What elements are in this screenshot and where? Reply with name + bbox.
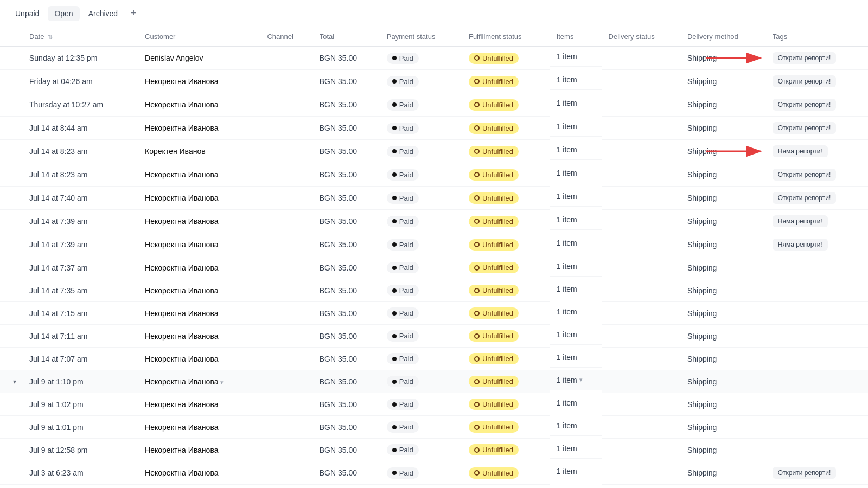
table-row[interactable]: Jul 14 at 7:39 amНекоректна ИвановаBGN 3… [0, 210, 868, 233]
delivery-method-cell: Shipping [681, 210, 766, 233]
table-row[interactable]: Jul 14 at 7:15 amНекоректна ИвановаBGN 3… [0, 302, 868, 325]
items-cell: 1 item [550, 233, 602, 253]
chevron-down-icon[interactable]: ▾ [13, 378, 16, 386]
row-expand-cell [0, 279, 23, 302]
row-expand-cell[interactable]: ▾ [0, 370, 23, 393]
fulfillment-status-cell: Unfulfilled [462, 187, 550, 210]
table-row[interactable]: Jul 14 at 8:23 amКоректен ИвановBGN 35.0… [0, 140, 868, 163]
total-cell: BGN 35.00 [313, 233, 380, 256]
table-row[interactable]: Jul 14 at 7:39 amНекоректна ИвановаBGN 3… [0, 233, 868, 256]
customer-dropdown-icon[interactable]: ▾ [220, 379, 224, 386]
customer-cell[interactable]: Некоректна Иванова [138, 461, 260, 485]
total-cell: BGN 35.00 [313, 302, 380, 325]
customer-cell[interactable]: Denislav Angelov [138, 47, 260, 70]
unfulfilled-circle [474, 55, 480, 61]
table-row[interactable]: Jul 14 at 8:23 amНекоректна ИвановаBGN 3… [0, 163, 868, 187]
paid-dot [392, 242, 397, 247]
paid-badge: Paid [387, 239, 419, 251]
customer-cell[interactable]: Некоректна Иванова [138, 210, 260, 233]
delivery-method-cell: Shipping [681, 461, 766, 485]
total-cell: BGN 35.00 [313, 256, 380, 279]
fulfillment-status-cell: Unfulfilled [462, 279, 550, 302]
table-row[interactable]: Jul 14 at 8:44 amНекоректна ИвановаBGN 3… [0, 117, 868, 140]
customer-cell[interactable]: Некоректна Иванова [138, 163, 260, 187]
channel-cell [260, 439, 312, 461]
paid-dot [392, 149, 397, 153]
tag-button[interactable]: Открити репорти! [773, 122, 836, 134]
customer-cell[interactable]: Некоректна Иванова [138, 302, 260, 325]
unfulfilled-badge: Unfulfilled [469, 285, 519, 296]
customer-cell[interactable]: Некоректна Иванова [138, 439, 260, 461]
customer-cell[interactable]: Некоректна Иванова [138, 117, 260, 140]
paid-dot [392, 219, 397, 223]
customer-cell[interactable]: Некоректна Иванова [138, 233, 260, 256]
customer-cell[interactable]: Некоректна Иванова [138, 279, 260, 302]
tag-button[interactable]: Открити репорти! [773, 192, 836, 204]
table-row[interactable]: Jul 9 at 1:01 pmНекоректна ИвановаBGN 35… [0, 416, 868, 439]
tag-button[interactable]: Открити репорти! [773, 467, 836, 479]
date-col-header[interactable]: Date ⇅ [23, 27, 138, 47]
total-cell: BGN 35.00 [313, 163, 380, 187]
items-cell: 1 item [550, 279, 602, 299]
add-tab-button[interactable]: + [126, 5, 141, 21]
tag-button[interactable]: Открити репорти! [773, 99, 836, 111]
table-row[interactable]: Friday at 04:26 amНекоректна ИвановаBGN … [0, 70, 868, 93]
tags-cell [766, 348, 868, 370]
payment-status-cell: Paid [380, 117, 462, 140]
customer-cell[interactable]: Некоректна Иванова [138, 70, 260, 93]
unfulfilled-circle [474, 311, 480, 316]
tab-open[interactable]: Open [48, 6, 79, 21]
table-row[interactable]: Jul 3 at 6:23 amНекоректна ИвановаBGN 35… [0, 461, 868, 485]
customer-cell[interactable]: Некоректна Иванова▾ [138, 370, 260, 393]
tag-button[interactable]: Няма репорти! [773, 215, 828, 227]
table-row[interactable]: Jul 14 at 7:11 amНекоректна ИвановаBGN 3… [0, 325, 868, 348]
unfulfilled-circle [474, 447, 480, 453]
table-row[interactable]: Sunday at 12:35 pmDenislav AngelovBGN 35… [0, 47, 868, 70]
customer-cell[interactable]: Некоректна Иванова [138, 256, 260, 279]
tab-archived[interactable]: Archived [82, 6, 124, 21]
table-row[interactable]: Jul 14 at 7:35 amНекоректна ИвановаBGN 3… [0, 279, 868, 302]
paid-dot [392, 288, 397, 293]
customer-cell[interactable]: Некоректна Иванова [138, 348, 260, 370]
tag-button[interactable]: Открити репорти! [773, 75, 836, 87]
table-row[interactable]: Jul 9 at 12:58 pmНекоректна ИвановаBGN 3… [0, 439, 868, 461]
unfulfilled-badge: Unfulfilled [469, 262, 519, 273]
table-row[interactable]: Jul 14 at 7:40 amНекоректна ИвановаBGN 3… [0, 187, 868, 210]
tag-button[interactable]: Открити репорти! [773, 169, 836, 181]
unfulfilled-badge: Unfulfilled [469, 239, 519, 251]
table-row[interactable]: Jul 14 at 7:07 amНекоректна ИвановаBGN 3… [0, 348, 868, 370]
payment-status-cell: Paid [380, 187, 462, 210]
row-expand-cell [0, 439, 23, 461]
total-cell: BGN 35.00 [313, 461, 380, 485]
customer-cell[interactable]: Некоректна Иванова [138, 325, 260, 348]
customer-cell[interactable]: Коректен Иванов [138, 140, 260, 163]
paid-dot [392, 471, 397, 475]
tab-unpaid[interactable]: Unpaid [9, 6, 46, 21]
date-cell: Jul 9 at 1:10 pm [23, 370, 138, 393]
table-row[interactable]: Thursday at 10:27 amНекоректна ИвановаBG… [0, 93, 868, 117]
table-row[interactable]: Jul 14 at 7:37 amНекоректна ИвановаBGN 3… [0, 256, 868, 279]
table-row[interactable]: Jul 9 at 1:02 pmНекоректна ИвановаBGN 35… [0, 393, 868, 416]
delivery-method-cell: Shipping [681, 416, 766, 439]
paid-badge: Paid [387, 421, 419, 433]
row-expand-cell [0, 117, 23, 140]
customer-cell[interactable]: Некоректна Иванова [138, 93, 260, 117]
date-cell: Jul 14 at 7:35 am [23, 279, 138, 302]
table-row[interactable]: ▾Jul 9 at 1:10 pmНекоректна Иванова▾BGN … [0, 370, 868, 393]
items-cell: 1 item [550, 210, 602, 230]
total-cell: BGN 35.00 [313, 393, 380, 416]
delivery-method-cell: Shipping [681, 439, 766, 461]
tag-button[interactable]: Няма репорти! [773, 239, 828, 251]
tag-button[interactable]: Открити репорти! [773, 52, 836, 64]
tags-cell [766, 416, 868, 439]
unfulfilled-circle [474, 356, 480, 362]
items-dropdown-icon[interactable]: ▾ [579, 376, 583, 383]
customer-cell[interactable]: Некоректна Иванова [138, 416, 260, 439]
unfulfilled-badge: Unfulfilled [469, 421, 519, 433]
unfulfilled-badge: Unfulfilled [469, 53, 519, 64]
customer-cell[interactable]: Некоректна Иванова [138, 393, 260, 416]
fulfillment-status-cell: Unfulfilled [462, 233, 550, 256]
unfulfilled-circle [474, 79, 480, 84]
tag-button[interactable]: Няма репорти! [773, 145, 828, 157]
customer-cell[interactable]: Некоректна Иванова [138, 187, 260, 210]
